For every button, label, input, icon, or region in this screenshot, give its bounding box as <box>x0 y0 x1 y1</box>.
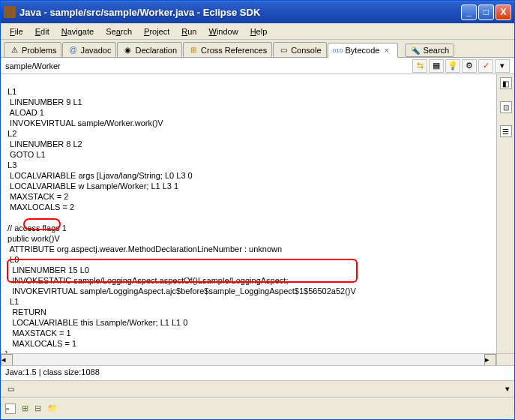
right-toolbar: ◧ ⊡ ☰ <box>496 74 514 353</box>
menu-icon[interactable]: ▾ <box>495 59 510 73</box>
code-line: RETURN <box>5 308 46 316</box>
menu-run[interactable]: Run <box>175 26 202 38</box>
javadoc-icon: @ <box>67 45 78 56</box>
bytecode-icon: 010 <box>333 45 343 56</box>
code-line: GOTO L1 <box>5 150 46 159</box>
view-tabbar: ⚠Problems @Javadoc ◉Declaration ⊞Cross R… <box>1 40 514 58</box>
tab-search[interactable]: 🔦Search <box>405 44 454 57</box>
tab-declaration[interactable]: ◉Declaration <box>117 42 182 57</box>
tab-console[interactable]: ▭Console <box>273 42 326 57</box>
code-line: ALOAD 1 <box>5 108 44 117</box>
hierarchy-icon[interactable]: ⊟ <box>34 404 41 413</box>
tab-label: Javadoc <box>80 46 111 55</box>
code-line: INVOKEVIRTUAL sample/Worker.work()V <box>5 118 163 128</box>
menu-project[interactable]: Project <box>138 26 175 38</box>
code-line: L3 <box>5 160 16 170</box>
menu-file[interactable]: File <box>4 26 29 38</box>
verify-icon[interactable]: ✓ <box>478 59 493 73</box>
nav-icon[interactable]: 📁 <box>47 404 58 413</box>
highlight-rect <box>7 259 358 283</box>
restore-icon[interactable]: ◧ <box>500 77 512 89</box>
link-icon[interactable]: ⇆ <box>412 59 427 73</box>
menubar: File Edit Navigate Search Project Run Wi… <box>1 23 514 40</box>
tab-problems[interactable]: ⚠Problems <box>4 42 61 57</box>
code-line: ATTRIBUTE org.aspectj.weaver.MethodDecla… <box>5 244 282 254</box>
menu-navigate[interactable]: Navigate <box>55 26 100 38</box>
code-line: L1 <box>5 87 16 96</box>
console-icon: ▭ <box>278 45 289 56</box>
minimize-button[interactable]: _ <box>461 4 477 20</box>
tab-label: Cross References <box>201 46 267 55</box>
menu-help[interactable]: Help <box>244 26 274 38</box>
scroll-left-icon[interactable]: ◂ <box>1 354 13 366</box>
perspective-bar: ▫ ⊞ ⊟ 📁 <box>1 397 514 419</box>
code-line: LINENUMBER 8 L2 <box>5 140 82 148</box>
breadcrumb: sample/Worker <box>5 62 412 70</box>
code-line: LOCALVARIABLE args [Ljava/lang/String; L… <box>5 171 193 180</box>
code-line: MAXLOCALS = 2 <box>5 202 74 212</box>
show-view-icon[interactable]: ▫ <box>5 404 16 414</box>
toolbar-buttons: ⇆ ▦ 💡 ⚙ ✓ ▾ <box>412 59 510 73</box>
problems-icon: ⚠ <box>9 45 19 56</box>
tab-label: Declaration <box>135 46 177 55</box>
app-icon <box>4 6 16 18</box>
tab-label: Bytecode <box>346 46 380 55</box>
content-area: L1 LINENUMBER 9 L1 ALOAD 1 INVOKEVIRTUAL… <box>1 74 514 353</box>
tab-crossrefs[interactable]: ⊞Cross References <box>183 42 272 57</box>
pkg-icon[interactable]: ⊞ <box>22 404 28 413</box>
declaration-icon: ◉ <box>122 45 133 56</box>
highlight-oval <box>23 218 61 230</box>
crossrefs-icon: ⊞ <box>188 45 199 56</box>
horizontal-scrollbar[interactable]: ◂ ▸ <box>1 353 514 365</box>
code-line: } <box>5 350 8 353</box>
bytecode-view[interactable]: L1 LINENUMBER 9 L1 ALOAD 1 INVOKEVIRTUAL… <box>1 74 496 353</box>
code-line: MAXSTACK = 1 <box>5 328 71 338</box>
code-line: MAXSTACK = 2 <box>5 192 68 201</box>
console-mini-icon[interactable]: ▭ <box>5 384 16 394</box>
tab-label: Problems <box>22 46 56 55</box>
search-icon: 🔦 <box>410 45 421 56</box>
close-button[interactable]: X <box>496 4 511 20</box>
status-text: Java:1.5 | class size:1088 <box>5 368 100 376</box>
console-minibar: ▭ ▾ <box>1 380 514 397</box>
code-line: public work()V <box>5 234 60 243</box>
tab-javadoc[interactable]: @Javadoc <box>62 42 116 57</box>
titlebar[interactable]: Java - sample/src/sample/Worker.java - E… <box>1 1 514 23</box>
code-line: L1 <box>5 297 19 306</box>
raw-icon[interactable]: ▦ <box>429 59 444 73</box>
menu-dropdown-icon[interactable]: ▾ <box>505 384 510 394</box>
tasks-icon[interactable]: ☰ <box>500 125 512 137</box>
outline-icon[interactable]: ⊡ <box>500 101 512 113</box>
window-title: Java - sample/src/sample/Worker.java - E… <box>19 7 461 18</box>
eclipse-window: Java - sample/src/sample/Worker.java - E… <box>0 0 515 420</box>
scroll-right-icon[interactable]: ▸ <box>484 354 496 366</box>
menu-search[interactable]: Search <box>100 26 138 38</box>
code-line: LOCALVARIABLE w Lsample/Worker; L1 L3 1 <box>5 182 178 190</box>
hint-icon[interactable]: 💡 <box>445 59 460 73</box>
tab-label: Console <box>291 46 321 55</box>
asm-icon[interactable]: ⚙ <box>462 59 477 73</box>
scroll-track[interactable] <box>13 354 484 365</box>
code-line: LOCALVARIABLE this Lsample/Worker; L1 L1… <box>5 318 187 327</box>
code-line: INVOKEVIRTUAL sample/LoggingAspect.ajc$b… <box>5 286 356 296</box>
toolbar: sample/Worker ⇆ ▦ 💡 ⚙ ✓ ▾ <box>1 58 514 74</box>
tab-bytecode[interactable]: 010Bytecode× <box>328 43 399 58</box>
menu-window[interactable]: Window <box>202 26 244 38</box>
menu-edit[interactable]: Edit <box>29 26 55 38</box>
tab-label: Search <box>423 46 449 55</box>
close-icon[interactable]: × <box>384 46 393 55</box>
window-buttons: _ □ X <box>461 4 511 20</box>
code-line: MAXLOCALS = 1 <box>5 339 76 348</box>
code-line: LINENUMBER 9 L1 <box>5 98 82 106</box>
status-bar: Java:1.5 | class size:1088 <box>1 365 514 380</box>
code-line: L2 <box>5 129 16 138</box>
maximize-button[interactable]: □ <box>478 4 494 20</box>
